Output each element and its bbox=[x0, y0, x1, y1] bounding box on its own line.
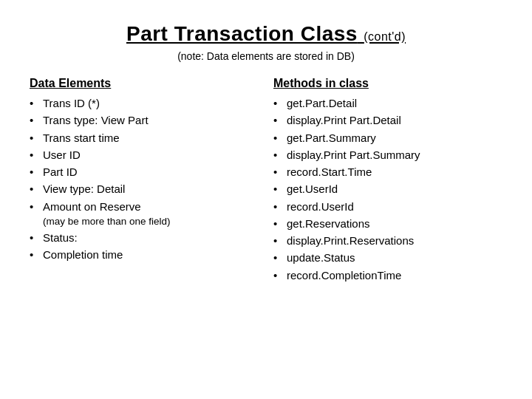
bullet-icon: • bbox=[273, 180, 287, 197]
list-item: • Trans ID (*) bbox=[30, 95, 259, 112]
bullet-icon: • bbox=[30, 163, 43, 180]
bullet-icon: • bbox=[30, 229, 43, 246]
right-column-header: Methods in class bbox=[273, 77, 502, 90]
list-item: • Trans type: View Part bbox=[30, 112, 259, 129]
list-item: • Completion time bbox=[30, 246, 259, 263]
bullet-icon: • bbox=[30, 112, 43, 129]
list-item: • View type: Detail bbox=[30, 180, 259, 197]
bullet-icon: • bbox=[273, 95, 287, 112]
list-item: • record.UserId bbox=[273, 198, 502, 215]
left-item-2: Trans start time bbox=[43, 129, 259, 146]
list-item: • get.Part.Summary bbox=[273, 129, 502, 146]
list-item: • get.Part.Detail bbox=[273, 95, 502, 112]
list-item: • get.UserId bbox=[273, 180, 502, 197]
left-item-6: Amount on Reserve bbox=[43, 198, 259, 215]
list-item: • record.Start.Time bbox=[273, 163, 502, 180]
right-item-6: record.UserId bbox=[287, 198, 502, 215]
bullet-icon: • bbox=[30, 129, 43, 146]
left-item-3: User ID bbox=[43, 146, 259, 163]
right-item-5: get.UserId bbox=[287, 180, 502, 197]
right-item-2: get.Part.Summary bbox=[287, 129, 502, 146]
title-cont: (cont'd) bbox=[364, 30, 406, 43]
right-item-9: update.Status bbox=[287, 249, 502, 266]
bullet-icon: • bbox=[30, 246, 43, 263]
bullet-icon: • bbox=[30, 95, 43, 112]
right-item-0: get.Part.Detail bbox=[287, 95, 502, 112]
left-extra-1: Completion time bbox=[43, 246, 259, 263]
left-item-1: Trans type: View Part bbox=[43, 112, 259, 129]
list-item: • update.Status bbox=[273, 249, 502, 266]
title-main: Part Transaction Class bbox=[126, 22, 358, 45]
list-item: • Trans start time bbox=[30, 129, 259, 146]
page-title: Part Transaction Class (cont'd) bbox=[126, 22, 406, 46]
left-extra-0: Status: bbox=[43, 229, 259, 246]
content-area: Data Elements • Trans ID (*) • Trans typ… bbox=[30, 77, 502, 284]
list-item: • display.Print.Reservations bbox=[273, 232, 502, 249]
left-item-0: Trans ID (*) bbox=[43, 95, 259, 112]
left-item-5: View type: Detail bbox=[43, 180, 259, 197]
right-item-1: display.Print Part.Detail bbox=[287, 112, 502, 129]
bullet-icon: • bbox=[30, 146, 43, 163]
list-item: • get.Reservations bbox=[273, 215, 502, 232]
sub-note: (may be more than one field) bbox=[43, 215, 259, 229]
bullet-icon: • bbox=[273, 198, 287, 215]
right-item-4: record.Start.Time bbox=[287, 163, 502, 180]
left-item-4: Part ID bbox=[43, 163, 259, 180]
bullet-icon: • bbox=[273, 129, 287, 146]
bullet-icon: • bbox=[30, 180, 43, 197]
bullet-icon: • bbox=[273, 112, 287, 129]
right-item-3: display.Print Part.Summary bbox=[287, 146, 502, 163]
list-item: • Amount on Reserve bbox=[30, 198, 259, 215]
left-column: Data Elements • Trans ID (*) • Trans typ… bbox=[30, 77, 259, 263]
page: Part Transaction Class (cont'd) (note: D… bbox=[0, 0, 532, 399]
list-item: • User ID bbox=[30, 146, 259, 163]
bullet-icon: • bbox=[273, 163, 287, 180]
left-column-header: Data Elements bbox=[30, 77, 259, 90]
subtitle: (note: Data elements are stored in DB) bbox=[177, 50, 355, 62]
list-item: • display.Print Part.Detail bbox=[273, 112, 502, 129]
bullet-icon: • bbox=[273, 267, 287, 284]
bullet-icon: • bbox=[273, 232, 287, 249]
bullet-icon: • bbox=[273, 249, 287, 266]
bullet-icon: • bbox=[273, 146, 287, 163]
right-item-8: display.Print.Reservations bbox=[287, 232, 502, 249]
list-item: • record.CompletionTime bbox=[273, 267, 502, 284]
list-item: • Part ID bbox=[30, 163, 259, 180]
right-item-7: get.Reservations bbox=[287, 215, 502, 232]
list-item: • display.Print Part.Summary bbox=[273, 146, 502, 163]
bullet-icon: • bbox=[30, 198, 43, 215]
right-column: Methods in class • get.Part.Detail • dis… bbox=[273, 77, 502, 284]
bullet-icon: • bbox=[273, 215, 287, 232]
list-item: • Status: bbox=[30, 229, 259, 246]
right-item-10: record.CompletionTime bbox=[287, 267, 502, 284]
